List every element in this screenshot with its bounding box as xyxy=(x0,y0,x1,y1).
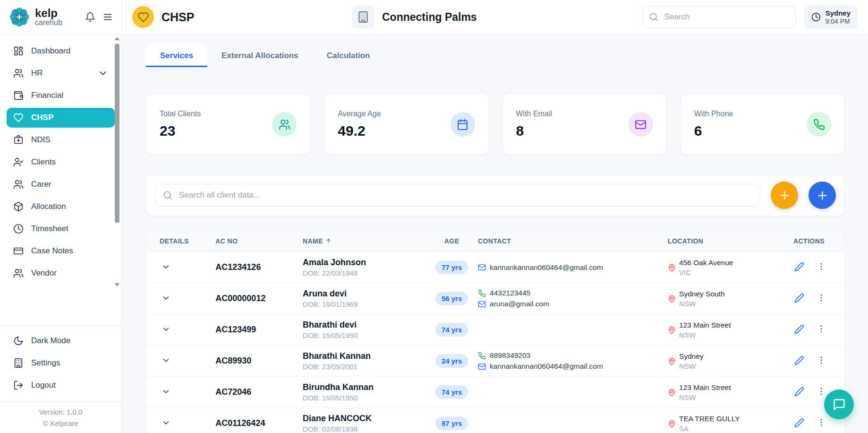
sidebar-item-label: Carer xyxy=(31,180,51,189)
ac-number: AC123499 xyxy=(215,325,303,335)
building-icon xyxy=(13,358,24,368)
client-address: TEA TREE GULLY xyxy=(679,415,740,423)
stat-value: 6 xyxy=(694,123,733,139)
table-row: AC89930 Bharathi Kannan DOB: 23/09/2001 … xyxy=(146,346,844,377)
client-search[interactable] xyxy=(155,184,760,207)
sidebar-item-settings[interactable]: Settings xyxy=(7,353,115,373)
sidebar-item-carer[interactable]: Carer xyxy=(7,174,115,194)
mail-icon xyxy=(478,300,486,308)
sidebar-item-financial[interactable]: Financial xyxy=(7,86,115,105)
client-dob: DOB: 16/01/1969 xyxy=(303,300,425,308)
timezone-city: Sydney xyxy=(825,9,851,17)
client-dob: DOB: 15/05/1950 xyxy=(303,394,425,402)
table-row: AC123499 Bharathi devi DOB: 15/05/1950 7… xyxy=(146,314,844,346)
expand-row-chevron-icon[interactable] xyxy=(160,354,172,368)
column-header-contact[interactable]: CONTACT xyxy=(478,237,668,245)
global-search-input[interactable] xyxy=(664,12,789,22)
edit-row-button[interactable] xyxy=(793,417,805,430)
tab-calculation[interactable]: Calculation xyxy=(313,44,384,67)
column-header-name[interactable]: NAME xyxy=(303,237,425,245)
moon-icon xyxy=(13,336,24,346)
sidebar-item-dashboard[interactable]: Dashboard xyxy=(7,41,115,61)
map-pin-icon xyxy=(668,384,676,401)
mail-icon xyxy=(478,363,486,371)
scrollbar-up-arrow[interactable] xyxy=(115,37,119,40)
edit-row-button[interactable] xyxy=(793,261,805,274)
scrollbar-down-arrow[interactable] xyxy=(115,283,119,286)
sidebar-item-timesheet[interactable]: Timesheet xyxy=(7,219,115,239)
chat-fab-button[interactable] xyxy=(824,390,854,419)
mail-icon xyxy=(629,112,653,137)
expand-row-chevron-icon[interactable] xyxy=(160,385,172,399)
organisation-name: Connecting Palms xyxy=(382,11,477,24)
sidebar-item-label: HR xyxy=(31,69,43,78)
global-search[interactable] xyxy=(642,6,796,28)
sidebar-item-clients[interactable]: Clients xyxy=(7,152,115,172)
clients-table: DETAILSAC NONAMEAGECONTACTLOCATIONACTION… xyxy=(146,230,845,433)
copyright: © Kelpcare xyxy=(0,418,121,429)
sidebar: kelp carehub DashboardHRFinancialCHSPNDI… xyxy=(0,0,122,433)
column-header-actions[interactable]: ACTIONS xyxy=(793,237,844,245)
brand-name: kelp xyxy=(35,7,62,19)
column-header-ac-no[interactable]: AC NO xyxy=(215,237,303,245)
stat-label: With Phone xyxy=(694,110,733,118)
edit-row-button[interactable] xyxy=(793,323,805,337)
row-more-actions-button[interactable] xyxy=(816,261,827,274)
expand-row-chevron-icon[interactable] xyxy=(160,416,172,431)
age-badge: 74 yrs xyxy=(435,323,468,337)
map-pin-icon xyxy=(668,290,676,308)
sidebar-item-label: Timesheet xyxy=(31,224,68,234)
edit-row-button[interactable] xyxy=(793,386,805,399)
add-client-button[interactable] xyxy=(808,182,836,209)
column-header-age[interactable]: AGE xyxy=(425,237,478,245)
stat-card: Total Clients 23 xyxy=(146,94,310,155)
expand-row-chevron-icon[interactable] xyxy=(160,292,172,306)
table-row: AC72046 Birundha Kannan DOB: 15/05/1950 … xyxy=(146,377,844,408)
expand-row-chevron-icon[interactable] xyxy=(160,260,172,275)
scrollbar-thumb[interactable] xyxy=(115,43,119,223)
client-address: Sydney South xyxy=(679,290,725,298)
age-badge: 24 yrs xyxy=(435,354,468,368)
edit-row-button[interactable] xyxy=(793,292,805,305)
client-state: NSW xyxy=(679,393,731,401)
row-more-actions-button[interactable] xyxy=(816,355,827,367)
client-name: Bharathi Kannan xyxy=(303,351,425,361)
hamburger-menu-icon[interactable] xyxy=(102,12,113,22)
notifications-bell-icon[interactable] xyxy=(85,12,95,22)
row-more-actions-button[interactable] xyxy=(816,417,827,430)
sort-ascending-icon[interactable] xyxy=(325,238,332,244)
row-more-actions-button[interactable] xyxy=(816,292,827,305)
tab-services[interactable]: Services xyxy=(146,44,207,67)
client-state: VIC xyxy=(679,268,733,277)
age-badge: 87 yrs xyxy=(435,416,468,430)
stat-label: Average Age xyxy=(338,110,381,118)
sidebar-item-ndis[interactable]: NDIS xyxy=(7,130,115,150)
sidebar-item-vendor[interactable]: Vendor xyxy=(7,263,115,283)
dashboard-icon xyxy=(13,46,24,56)
sidebar-item-chsp[interactable]: CHSP xyxy=(7,108,115,128)
sidebar-item-hr[interactable]: HR xyxy=(7,63,115,83)
sidebar-item-dark-mode[interactable]: Dark Mode xyxy=(7,331,115,351)
client-search-input[interactable] xyxy=(178,190,752,200)
chsp-heart-icon xyxy=(132,6,154,28)
timezone-widget[interactable]: Sydney 9:04 PM xyxy=(804,5,858,29)
tab-external-allocations[interactable]: External Allocations xyxy=(207,44,313,67)
column-header-details[interactable]: DETAILS xyxy=(146,237,215,245)
row-more-actions-button[interactable] xyxy=(816,323,827,336)
column-header-location[interactable]: LOCATION xyxy=(668,237,793,245)
contact-email: kannankannan060464@gmail.com xyxy=(478,362,668,371)
sidebar-item-logout[interactable]: Logout xyxy=(7,375,115,395)
stat-label: Total Clients xyxy=(160,110,201,118)
expand-row-chevron-icon[interactable] xyxy=(160,323,172,337)
sidebar-item-allocation[interactable]: Allocation xyxy=(7,197,115,216)
add-secondary-button[interactable] xyxy=(771,182,798,209)
edit-row-button[interactable] xyxy=(793,355,805,368)
users-icon xyxy=(13,179,24,190)
sidebar-scrollbar[interactable] xyxy=(114,37,120,286)
users-icon xyxy=(272,112,297,137)
logout-icon xyxy=(13,380,24,390)
sidebar-item-case-notes[interactable]: Case Notes xyxy=(7,241,115,261)
client-state: NSW xyxy=(679,300,725,308)
row-more-actions-button[interactable] xyxy=(816,386,827,398)
calendar-icon xyxy=(451,112,475,137)
